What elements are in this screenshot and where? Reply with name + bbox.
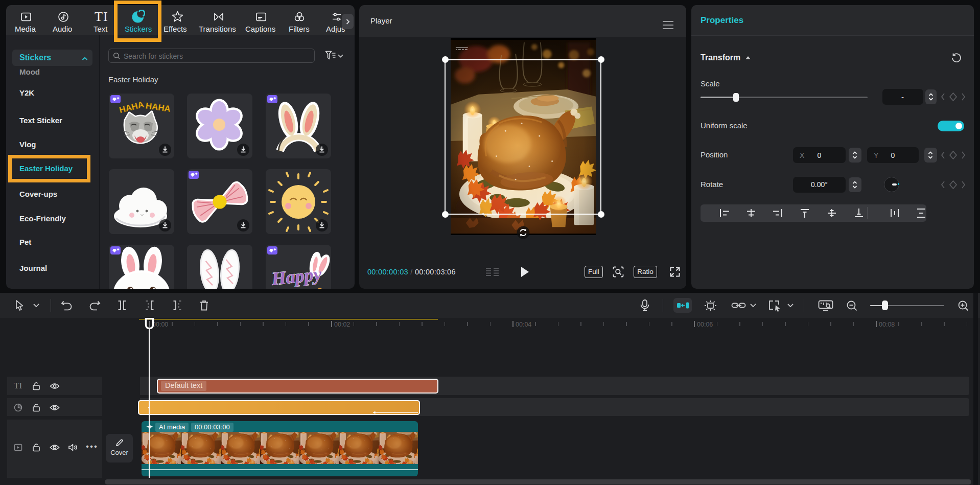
svg-text:HAHA: HAHA bbox=[118, 100, 145, 115]
svg-text:Happy: Happy bbox=[270, 264, 323, 289]
svg-text:HAHA: HAHA bbox=[145, 101, 171, 114]
